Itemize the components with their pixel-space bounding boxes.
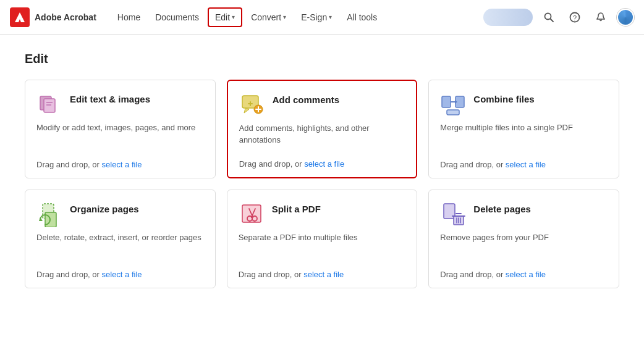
card-organize-pages[interactable]: Organize pages Delete, rotate, extract, … — [25, 190, 216, 288]
card-action: Drag and drop, or select a file — [440, 160, 608, 169]
card-desc: Separate a PDF into multiple files — [239, 232, 406, 264]
bell-icon — [595, 12, 606, 23]
card-desc: Delete, rotate, extract, insert, or reor… — [36, 232, 204, 264]
nav-right-actions: ? — [483, 7, 634, 27]
nav-item-edit[interactable]: Edit ▾ — [208, 7, 242, 27]
card-combine-files[interactable]: Combine files Merge multiple files into … — [428, 80, 619, 178]
app-logo[interactable]: Adobe Acrobat — [10, 7, 96, 27]
split-pdf-icon — [239, 201, 265, 227]
card-add-comments[interactable]: Add comments Add comments, highlights, a… — [227, 80, 418, 178]
edit-text-icon — [36, 91, 62, 117]
card-title: Organize pages — [70, 201, 139, 214]
nav-item-documents[interactable]: Documents — [149, 9, 205, 26]
card-action: Drag and drop, or select a file — [36, 160, 204, 169]
tools-grid: Edit text & images Modify or add text, i… — [25, 80, 619, 288]
user-avatar[interactable] — [483, 9, 533, 26]
search-icon — [543, 12, 554, 23]
delete-pages-icon — [440, 201, 466, 227]
card-action: Drag and drop, or select a file — [239, 159, 405, 169]
card-header: Combine files — [440, 91, 608, 117]
page-title: Edit — [25, 52, 619, 66]
esign-chevron-icon: ▾ — [329, 14, 332, 20]
card-action: Drag and drop, or select a file — [239, 270, 406, 279]
card-action: Drag and drop, or select a file — [440, 270, 608, 279]
svg-rect-18 — [447, 110, 459, 115]
main-content: Edit Edit text & images Modify or add te… — [0, 35, 644, 355]
card-title: Delete pages — [473, 201, 531, 214]
svg-rect-5 — [44, 99, 55, 112]
convert-chevron-icon: ▾ — [283, 14, 286, 20]
navbar: Adobe Acrobat Home Documents Edit ▾ Conv… — [0, 0, 644, 35]
card-title: Split a PDF — [272, 201, 321, 214]
card-title: Edit text & images — [70, 91, 150, 104]
card-edit-text-images[interactable]: Edit text & images Modify or add text, i… — [25, 80, 216, 178]
nav-menu: Home Documents Edit ▾ Convert ▾ E-Sign ▾… — [111, 7, 483, 27]
card-split-pdf[interactable]: Split a PDF Separate a PDF into multiple… — [227, 190, 418, 288]
edit-chevron-icon: ▾ — [232, 14, 235, 20]
organize-pages-icon — [36, 201, 62, 227]
card-action: Drag and drop, or select a file — [36, 270, 204, 279]
language-selector[interactable] — [617, 9, 634, 26]
select-file-link[interactable]: select a file — [102, 270, 142, 279]
app-name: Adobe Acrobat — [35, 12, 96, 22]
combine-files-icon — [440, 91, 466, 117]
card-header: Organize pages — [36, 201, 204, 227]
card-title: Combine files — [473, 91, 534, 104]
svg-line-1 — [551, 19, 554, 22]
select-file-link[interactable]: select a file — [303, 270, 344, 279]
help-button[interactable]: ? — [565, 7, 585, 27]
nav-item-all-tools[interactable]: All tools — [341, 9, 383, 26]
card-delete-pages[interactable]: Delete pages Remove pages from your PDF … — [428, 190, 619, 288]
nav-item-esign[interactable]: E-Sign ▾ — [295, 9, 338, 26]
card-header: Add comments — [239, 92, 405, 118]
svg-rect-15 — [442, 96, 451, 107]
nav-item-home[interactable]: Home — [111, 9, 146, 26]
adobe-logo-icon — [10, 7, 30, 27]
card-desc: Remove pages from your PDF — [440, 232, 608, 264]
card-desc: Add comments, highlights, and other anno… — [239, 123, 405, 153]
card-desc: Modify or add text, images, pages, and m… — [36, 122, 204, 154]
svg-marker-9 — [244, 108, 249, 113]
select-file-link[interactable]: select a file — [102, 160, 142, 169]
card-header: Edit text & images — [36, 91, 204, 117]
select-file-link[interactable]: select a file — [506, 160, 546, 169]
notifications-button[interactable] — [591, 7, 611, 27]
add-comments-icon — [239, 92, 265, 118]
help-icon: ? — [569, 12, 580, 23]
nav-item-convert[interactable]: Convert ▾ — [245, 9, 292, 26]
card-header: Split a PDF — [239, 201, 406, 227]
card-desc: Merge multiple files into a single PDF — [440, 122, 608, 154]
svg-text:?: ? — [573, 14, 577, 21]
select-file-link[interactable]: select a file — [304, 159, 344, 169]
card-header: Delete pages — [440, 201, 608, 227]
card-title: Add comments — [273, 92, 339, 105]
select-file-link[interactable]: select a file — [506, 270, 546, 279]
search-button[interactable] — [539, 7, 559, 27]
